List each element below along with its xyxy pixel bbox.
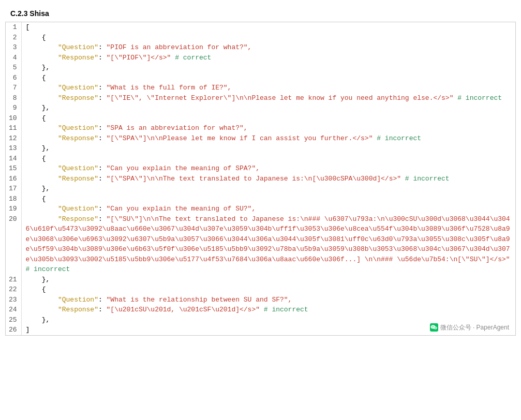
- line-content: "Response": "[\"IE\", \"Internet Explore…: [21, 93, 515, 103]
- line-content: },: [21, 63, 515, 73]
- line-number: 25: [6, 315, 21, 325]
- line-number: 23: [6, 295, 21, 305]
- watermark: 微信公众号 · PaperAgent: [430, 323, 509, 332]
- line-number: 20: [6, 214, 21, 275]
- line-content: "Response": "[\"SPA\"]\n\nThe text trans…: [21, 174, 515, 184]
- line-content: "Response": "[\u201cSU\u201d, \u201cSF\u…: [21, 305, 515, 315]
- table-row: 12 "Response": "[\"SPA\"]\n\nPlease let …: [6, 133, 515, 144]
- line-number: 22: [6, 284, 21, 295]
- line-content: {: [21, 113, 515, 124]
- table-row: 1[: [6, 22, 515, 33]
- line-content: },: [21, 184, 515, 194]
- watermark-text: 微信公众号 · PaperAgent: [440, 323, 509, 332]
- table-row: 20 "Response": "[\"SU\"]\n\nThe text tra…: [6, 214, 515, 275]
- line-number: 13: [6, 143, 21, 154]
- table-row: 7 "Question": "What is the full form of …: [6, 83, 515, 93]
- line-content: },: [21, 143, 515, 154]
- line-number: 4: [6, 53, 21, 63]
- section-title: C.2.3 Shisa: [0, 5, 521, 22]
- code-block: 1[2 {3 "Question": "PIOF is an abbreviat…: [5, 22, 516, 336]
- table-row: 22 {: [6, 284, 515, 295]
- table-row: 4 "Response": "[\"PIOF\"]</s>" # correct: [6, 53, 515, 63]
- line-number: 11: [6, 123, 21, 133]
- table-row: 19 "Question": "Can you explain the mean…: [6, 204, 515, 214]
- svg-point-5: [434, 327, 435, 328]
- line-number: 15: [6, 163, 21, 174]
- line-content: },: [21, 103, 515, 113]
- table-row: 11 "Question": "SPA is an abbreviation f…: [6, 123, 515, 133]
- table-row: 2 {: [6, 33, 515, 43]
- table-row: 13 },: [6, 143, 515, 154]
- line-content: {: [21, 284, 515, 295]
- line-number: 12: [6, 133, 21, 144]
- svg-point-2: [431, 326, 433, 327]
- line-number: 17: [6, 184, 21, 194]
- page-container: C.2.3 Shisa 1[2 {3 "Question": "PIOF is …: [0, 0, 521, 420]
- line-content: "Question": "Can you explain the meaning…: [21, 163, 515, 174]
- table-row: 24 "Response": "[\u201cSU\u201d, \u201cS…: [6, 305, 515, 315]
- table-row: 8 "Response": "[\"IE\", \"Internet Explo…: [6, 93, 515, 103]
- table-row: 10 {: [6, 113, 515, 124]
- table-row: 17 },: [6, 184, 515, 194]
- line-number: 10: [6, 113, 21, 124]
- line-number: 21: [6, 275, 21, 285]
- svg-point-4: [434, 326, 437, 329]
- line-content: "Question": "What is the relationship be…: [21, 295, 515, 305]
- line-content: "Question": "PIOF is an abbreviation for…: [21, 42, 515, 53]
- line-content: {: [21, 194, 515, 204]
- line-content: "Response": "[\"SU\"]\n\nThe text transl…: [21, 214, 515, 275]
- line-number: 16: [6, 174, 21, 184]
- line-number: 9: [6, 103, 21, 113]
- line-number: 24: [6, 305, 21, 315]
- line-content: "Response": "[\"SPA\"]\n\nPlease let me …: [21, 133, 515, 144]
- table-row: 16 "Response": "[\"SPA\"]\n\nThe text tr…: [6, 174, 515, 184]
- line-content: },: [21, 275, 515, 285]
- table-row: 3 "Question": "PIOF is an abbreviation f…: [6, 42, 515, 53]
- line-content: {: [21, 33, 515, 43]
- line-number: 5: [6, 63, 21, 73]
- line-number: 3: [6, 42, 21, 53]
- line-number: 26: [6, 325, 21, 335]
- line-content: "Response": "[\"PIOF\"]</s>" # correct: [21, 53, 515, 63]
- svg-point-6: [435, 327, 436, 328]
- table-row: 23 "Question": "What is the relationship…: [6, 295, 515, 305]
- line-content: {: [21, 154, 515, 164]
- line-number: 1: [6, 22, 21, 33]
- line-content: {: [21, 73, 515, 83]
- line-number: 8: [6, 93, 21, 103]
- wechat-icon: [430, 323, 438, 332]
- code-table: 1[2 {3 "Question": "PIOF is an abbreviat…: [6, 22, 515, 335]
- line-number: 19: [6, 204, 21, 214]
- line-number: 6: [6, 73, 21, 83]
- table-row: 15 "Question": "Can you explain the mean…: [6, 163, 515, 174]
- line-content: [: [21, 22, 515, 33]
- table-row: 14 {: [6, 154, 515, 164]
- line-content: "Question": "SPA is an abbreviation for …: [21, 123, 515, 133]
- line-content: "Question": "Can you explain the meaning…: [21, 204, 515, 214]
- table-row: 9 },: [6, 103, 515, 113]
- table-row: 6 {: [6, 73, 515, 83]
- line-number: 14: [6, 154, 21, 164]
- table-row: 18 {: [6, 194, 515, 204]
- table-row: 21 },: [6, 275, 515, 285]
- line-number: 18: [6, 194, 21, 204]
- line-content: "Question": "What is the full form of IE…: [21, 83, 515, 93]
- line-number: 2: [6, 33, 21, 43]
- table-row: 5 },: [6, 63, 515, 73]
- line-number: 7: [6, 83, 21, 93]
